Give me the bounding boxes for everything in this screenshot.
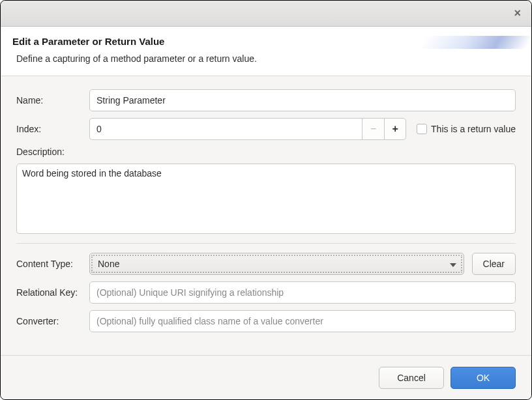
return-value-label: This is a return value (431, 124, 516, 134)
dialog-subtitle: Define a capturing of a method parameter… (12, 53, 520, 64)
return-value-checkbox-wrap[interactable]: This is a return value (417, 124, 516, 134)
index-increment-button[interactable]: + (384, 118, 406, 140)
divider (16, 243, 516, 244)
description-label: Description: (16, 147, 516, 157)
converter-label: Converter: (16, 316, 81, 326)
index-stepper: − + (89, 118, 406, 140)
ok-button[interactable]: OK (451, 367, 516, 389)
index-decrement-button[interactable]: − (362, 118, 384, 140)
return-value-checkbox[interactable] (417, 124, 427, 134)
content-type-row: Content Type: None Clear (16, 253, 516, 275)
converter-row: Converter: (16, 310, 516, 332)
index-label: Index: (16, 124, 81, 134)
name-field[interactable] (89, 89, 516, 111)
index-field[interactable] (89, 118, 362, 140)
dialog-footer: Cancel OK (1, 355, 531, 399)
converter-field[interactable] (89, 310, 516, 332)
content-type-select[interactable]: None (89, 253, 464, 275)
name-row: Name: (16, 89, 516, 111)
content-type-select-wrap: None (89, 253, 464, 275)
content-type-label: Content Type: (16, 259, 81, 269)
name-label: Name: (16, 95, 81, 106)
index-row: Index: − + This is a return value (16, 118, 516, 140)
dialog-content: Name: Index: − + This is a return value … (1, 76, 531, 355)
dialog-title: Edit a Parameter or Return Value (12, 36, 520, 47)
cancel-button[interactable]: Cancel (379, 367, 444, 389)
content-type-value: None (98, 259, 119, 269)
relational-key-row: Relational Key: (16, 281, 516, 304)
close-icon[interactable]: × (510, 5, 525, 21)
dialog-header: Edit a Parameter or Return Value Define … (1, 27, 531, 76)
relational-key-field[interactable] (89, 281, 516, 304)
clear-button[interactable]: Clear (472, 253, 516, 275)
description-field[interactable] (16, 164, 516, 234)
titlebar: × (1, 1, 531, 27)
relational-key-label: Relational Key: (16, 287, 81, 298)
